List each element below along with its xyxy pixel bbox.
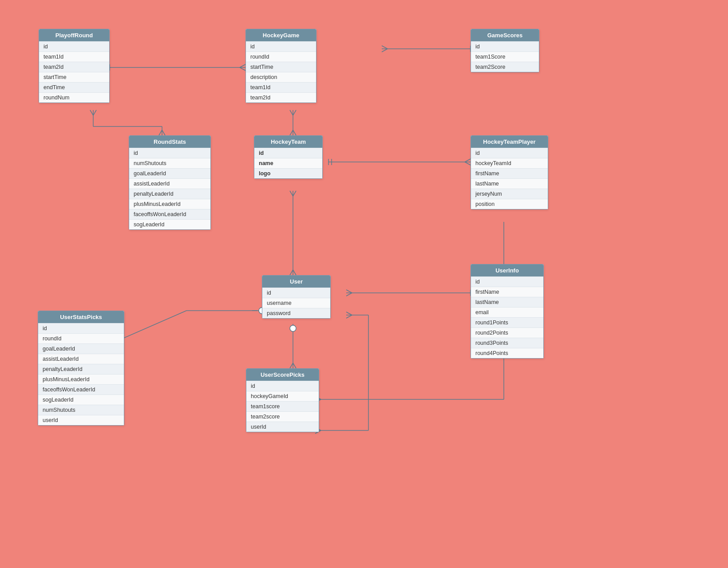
entity-userinfo: UserInfo id firstName lastName email rou… (471, 264, 544, 359)
field-ui-firstname: firstName (471, 287, 543, 297)
field-usp-userid: userId (38, 415, 124, 425)
field-pr-starttime: startTime (39, 72, 109, 82)
field-ui-lastname: lastName (471, 297, 543, 307)
field-htp-firstname: firstName (471, 168, 548, 178)
svg-line-43 (293, 363, 296, 368)
entity-header-hockeyteam: HockeyTeam (254, 136, 322, 148)
field-pr-id: id (39, 41, 109, 51)
svg-line-30 (293, 191, 296, 196)
field-rs-goalleaderid: goalLeaderId (129, 168, 210, 178)
field-usp-assistleaderid: assistLeaderId (38, 354, 124, 364)
svg-line-8 (382, 46, 388, 49)
field-uscp-userid: userId (246, 422, 319, 432)
field-rs-numshutouts: numShutouts (129, 158, 210, 168)
svg-line-29 (290, 191, 293, 196)
field-htp-position: position (471, 199, 548, 209)
entity-header-gamescores: GameScores (471, 29, 539, 41)
entity-roundstats: RoundStats id numShutouts goalLeaderId a… (129, 135, 211, 230)
field-uscp-hockeygameid: hockeyGameId (246, 391, 319, 401)
entity-userstatspicks: UserStatsPicks id roundId goalLeaderId a… (38, 311, 124, 426)
field-ht-id: id (254, 148, 322, 158)
field-usp-plusminusleaderid: plusMinusLeaderId (38, 374, 124, 384)
diagram-container: PlayoffRound id team1Id team2Id startTim… (0, 0, 728, 568)
entity-header-hockeygame: HockeyGame (246, 29, 316, 41)
entity-header-user: User (262, 276, 330, 288)
svg-point-41 (290, 325, 296, 331)
field-rs-faceoffswonleaderid: faceoffsWonLeaderId (129, 209, 210, 219)
svg-line-9 (382, 49, 388, 52)
field-usp-penaltyleaderid: penaltyLeaderId (38, 364, 124, 374)
svg-line-53 (346, 312, 352, 315)
entity-hockeygame: HockeyGame id roundId startTime descript… (245, 29, 317, 103)
field-uscp-team1score: team1score (246, 401, 319, 411)
svg-line-21 (293, 130, 296, 135)
field-ui-round4points: round4Points (471, 348, 543, 358)
field-pr-roundnum: roundNum (39, 92, 109, 103)
field-hg-team1id: team1Id (246, 82, 316, 92)
entity-playoffround: PlayoffRound id team1Id team2Id startTim… (39, 29, 110, 103)
entity-header-userinfo: UserInfo (471, 264, 543, 276)
field-hg-description: description (246, 72, 316, 82)
field-rs-penaltyleaderid: penaltyLeaderId (129, 189, 210, 199)
field-hg-starttime: startTime (246, 62, 316, 72)
field-uscp-team2score: team2score (246, 411, 319, 422)
svg-line-18 (290, 110, 293, 115)
entity-header-userstatspicks: UserStatsPicks (38, 311, 124, 323)
field-pr-team2id: team2Id (39, 62, 109, 72)
entity-header-hockeyteamplayer: HockeyTeamPlayer (471, 136, 548, 148)
field-usp-numshutouts: numShutouts (38, 405, 124, 415)
svg-line-42 (290, 363, 293, 368)
field-gs-team2score: team2Score (471, 62, 539, 72)
field-uscp-id: id (246, 381, 319, 391)
field-rs-plusminusleaderid: plusMinusLeaderId (129, 199, 210, 209)
field-htp-id: id (471, 148, 548, 158)
svg-line-1 (240, 64, 245, 67)
entity-hockeyteamplayer: HockeyTeamPlayer id hockeyTeamId firstNa… (471, 135, 548, 209)
entity-header-playoffround: PlayoffRound (39, 29, 109, 41)
entity-gamescores: GameScores id team1Score team2Score (471, 29, 539, 72)
svg-line-54 (346, 315, 352, 318)
entity-userscorepicks: UserScorePicks id hockeyGameId team1scor… (246, 368, 319, 432)
field-u-password: password (262, 308, 330, 318)
entity-header-userscorepicks: UserScorePicks (246, 369, 319, 381)
field-usp-goalleaderid: goalLeaderId (38, 343, 124, 354)
entity-header-roundstats: RoundStats (129, 136, 210, 148)
field-hg-id: id (246, 41, 316, 51)
field-rs-assistleaderid: assistLeaderId (129, 178, 210, 189)
field-u-id: id (262, 288, 330, 298)
entity-user: User id username password (262, 275, 331, 319)
field-usp-faceoffswonleaderid: faceoffsWonLeaderId (38, 384, 124, 394)
svg-line-20 (290, 130, 293, 135)
field-htp-lastname: lastName (471, 178, 548, 189)
field-pr-endtime: endTime (39, 82, 109, 92)
field-ui-id: id (471, 276, 543, 287)
field-usp-roundid: roundId (38, 333, 124, 343)
field-usp-id: id (38, 323, 124, 333)
field-ui-round1points: round1Points (471, 317, 543, 327)
entity-hockeyteam: HockeyTeam id name logo (254, 135, 323, 179)
field-ui-round2points: round2Points (471, 327, 543, 338)
svg-line-31 (290, 270, 293, 275)
svg-line-47 (346, 293, 352, 296)
field-hg-roundid: roundId (246, 51, 316, 62)
field-u-username: username (262, 298, 330, 308)
field-gs-id: id (471, 41, 539, 51)
field-htp-hockeyteamid: hockeyTeamId (471, 158, 548, 168)
field-pr-team1id: team1Id (39, 51, 109, 62)
field-rs-sogleaderid: sogLeaderId (129, 219, 210, 229)
svg-line-25 (465, 159, 471, 162)
field-ht-name: name (254, 158, 322, 168)
field-gs-team1score: team1Score (471, 51, 539, 62)
field-hg-team2id: team2Id (246, 92, 316, 103)
field-htp-jerseynum: jerseyNum (471, 189, 548, 199)
field-ui-round3points: round3Points (471, 338, 543, 348)
svg-line-14 (93, 110, 96, 115)
svg-line-13 (90, 110, 93, 115)
svg-line-32 (293, 270, 296, 275)
svg-line-2 (240, 67, 245, 71)
field-ui-email: email (471, 307, 543, 317)
field-ht-logo: logo (254, 168, 322, 178)
svg-line-15 (159, 130, 162, 135)
field-rs-id: id (129, 148, 210, 158)
svg-line-26 (465, 162, 471, 165)
